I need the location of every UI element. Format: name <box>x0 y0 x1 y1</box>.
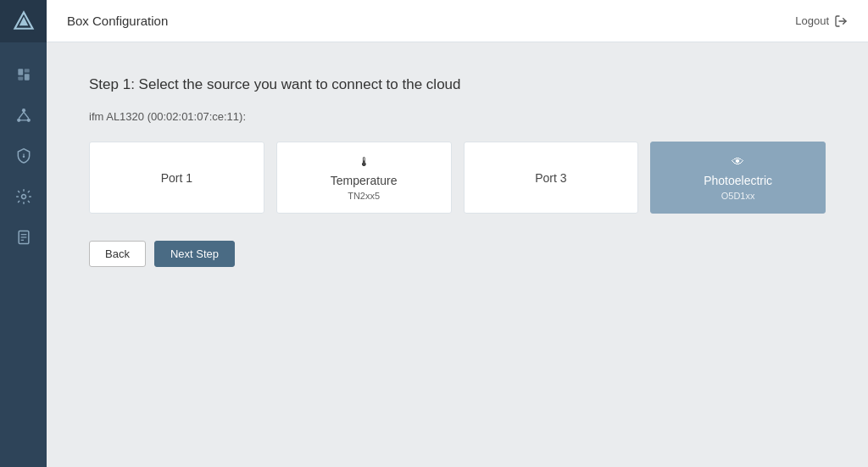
port-card-photoelectric[interactable]: 👁 Photoelectric O5D1xx <box>650 142 826 214</box>
logout-button[interactable]: Logout <box>795 14 848 28</box>
content-area: Step 1: Select the source you want to co… <box>47 42 868 467</box>
svg-point-12 <box>22 156 25 158</box>
header: Box Configuration Logout <box>47 0 868 42</box>
svg-rect-4 <box>24 69 29 72</box>
port2-subtitle: TN2xx5 <box>348 191 380 201</box>
temperature-icon: 🌡 <box>358 154 370 169</box>
logout-label: Logout <box>795 14 829 27</box>
port2-name: Temperature <box>331 174 398 187</box>
sidebar-item-reports[interactable] <box>0 220 47 254</box>
main-area: Box Configuration Logout Step 1: Select … <box>47 0 868 467</box>
svg-rect-2 <box>18 69 23 75</box>
back-button[interactable]: Back <box>89 241 146 267</box>
svg-line-9 <box>19 112 24 119</box>
port1-name: Port 1 <box>161 171 192 185</box>
port4-name: Photoelectric <box>704 174 772 187</box>
port-card-port3[interactable]: Port 3 <box>464 142 639 214</box>
sidebar-item-settings[interactable] <box>0 180 47 214</box>
svg-line-10 <box>24 112 29 119</box>
sidebar-item-network[interactable] <box>0 98 47 132</box>
device-label: ifm AL1320 (00:02:01:07:ce:11): <box>89 110 826 123</box>
next-step-button[interactable]: Next Step <box>154 241 235 267</box>
page-title: Box Configuration <box>67 14 168 28</box>
svg-point-6 <box>21 108 25 112</box>
svg-rect-5 <box>24 74 29 81</box>
port-cards-container: Port 1 🌡 Temperature TN2xx5 Port 3 👁 Pho… <box>89 142 826 214</box>
port4-subtitle: O5D1xx <box>721 191 755 201</box>
logout-icon <box>834 14 848 28</box>
sidebar <box>0 0 47 467</box>
svg-rect-3 <box>18 77 23 81</box>
button-row: Back Next Step <box>89 241 826 267</box>
sidebar-item-security[interactable] <box>0 139 47 173</box>
svg-point-14 <box>21 195 25 199</box>
port-card-temperature[interactable]: 🌡 Temperature TN2xx5 <box>276 142 452 214</box>
app-logo <box>0 0 47 42</box>
sidebar-nav <box>0 58 47 254</box>
sidebar-item-devices[interactable] <box>0 58 47 92</box>
port3-name: Port 3 <box>535 171 566 185</box>
photoelectric-icon: 👁 <box>732 154 744 169</box>
port-card-port1[interactable]: Port 1 <box>89 142 264 214</box>
step-title: Step 1: Select the source you want to co… <box>89 76 826 93</box>
